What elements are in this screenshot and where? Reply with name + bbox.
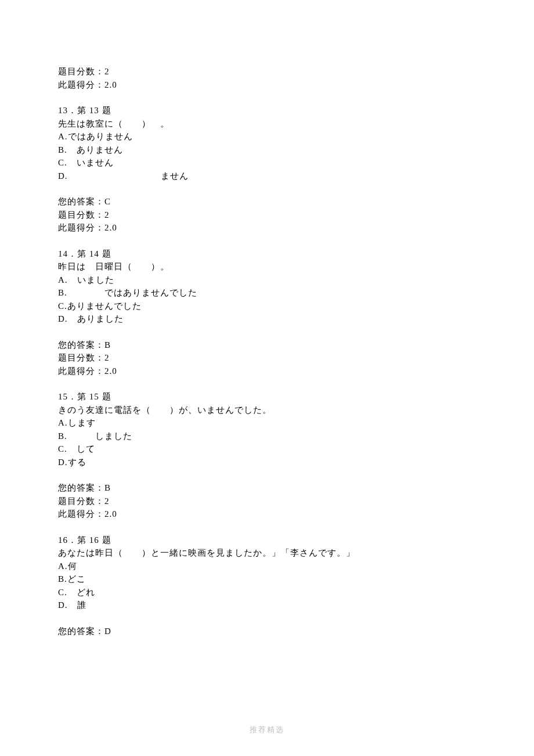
q15-header: 15．第 15 题 — [58, 390, 476, 404]
q13-prompt: 先生は教室に（ ） 。 — [58, 117, 476, 131]
q14-answer-line: 您的答案：B — [58, 339, 476, 352]
q16-answer-value: D — [104, 627, 111, 636]
q14-option-a: A. いました — [58, 273, 476, 287]
q15-option-a: A.します — [58, 416, 476, 430]
prev-score-label: 此题得分： — [58, 80, 104, 89]
q14-score-line: 此题得分：2.0 — [58, 365, 476, 378]
q14-result: 您的答案：B 题目分数：2 此题得分：2.0 — [58, 339, 476, 378]
q14-score-value: 2.0 — [104, 366, 117, 376]
q14-answer-value: B — [104, 340, 111, 350]
q14-answer-label: 您的答案： — [58, 340, 104, 350]
q14-header: 14．第 14 题 — [58, 247, 476, 261]
q13-maxscore-label: 题目分数： — [58, 210, 104, 219]
q16-result: 您的答案：D — [58, 625, 476, 638]
q13-option-c: C. いません — [58, 156, 476, 170]
q16-option-d: D. 誰 — [58, 599, 476, 612]
q15-answer-label: 您的答案： — [58, 483, 104, 492]
q14-option-b: B. ではありませんでした — [58, 286, 476, 300]
q16-option-a: A.何 — [58, 560, 476, 573]
question-15: 15．第 15 题 きのう友達に電話を（ ）が、いませんでした。 A.します B… — [58, 390, 476, 469]
q15-option-c: C. して — [58, 442, 476, 456]
q14-option-d: D. ありました — [58, 312, 476, 326]
page: 题目分数：2 此题得分：2.0 13．第 13 题 先生は教室に（ ） 。 A.… — [0, 0, 534, 756]
q16-prompt: あなたは昨日（ ）と一緒に映画を見ましたか。」「李さんです。」 — [58, 546, 476, 560]
q15-maxscore-line: 题目分数：2 — [58, 495, 476, 508]
question-14: 14．第 14 题 昨日は 日曜日（ ）。 A. いました B. ではありません… — [58, 247, 476, 326]
q16-answer-label: 您的答案： — [58, 627, 104, 636]
q13-maxscore-line: 题目分数：2 — [58, 208, 476, 222]
q14-maxscore-line: 题目分数：2 — [58, 351, 476, 365]
q13-option-a: A.ではありません — [58, 130, 476, 143]
q13-score-value: 2.0 — [104, 223, 117, 232]
q13-option-b: B. ありません — [58, 143, 476, 157]
prev-question-trailing-score: 题目分数：2 此题得分：2.0 — [58, 65, 476, 91]
q15-maxscore-label: 题目分数： — [58, 496, 104, 506]
q14-maxscore-label: 题目分数： — [58, 353, 104, 362]
q13-answer-value: C — [104, 197, 111, 206]
q15-option-d: D.する — [58, 456, 476, 469]
q16-answer-line: 您的答案：D — [58, 625, 476, 638]
q16-option-c: C. どれ — [58, 586, 476, 599]
q16-header: 16．第 16 题 — [58, 534, 476, 547]
q14-maxscore-value: 2 — [104, 353, 110, 362]
q15-maxscore-value: 2 — [104, 496, 110, 506]
q14-score-label: 此题得分： — [58, 366, 104, 376]
q13-answer-label: 您的答案： — [58, 197, 104, 206]
prev-score-value: 2.0 — [104, 80, 117, 89]
q16-option-b: B.どこ — [58, 573, 476, 586]
prev-maxscore-value: 2 — [104, 67, 110, 76]
q13-header: 13．第 13 题 — [58, 104, 476, 117]
q13-result: 您的答案：C 题目分数：2 此题得分：2.0 — [58, 195, 476, 235]
q14-prompt: 昨日は 日曜日（ ）。 — [58, 260, 476, 273]
q15-score-line: 此题得分：2.0 — [58, 507, 476, 521]
q15-prompt: きのう友達に電話を（ ）が、いませんでした。 — [58, 404, 476, 417]
q13-option-d: D. ません — [58, 170, 476, 183]
q13-score-line: 此题得分：2.0 — [58, 221, 476, 235]
q13-answer-line: 您的答案：C — [58, 195, 476, 208]
prev-score-line: 此题得分：2.0 — [58, 78, 476, 92]
page-footer: 推荐精选 — [0, 724, 534, 736]
prev-maxscore-label: 题目分数： — [58, 67, 104, 76]
question-16: 16．第 16 题 あなたは昨日（ ）と一緒に映画を見ましたか。」「李さんです。… — [58, 534, 476, 612]
q13-score-label: 此题得分： — [58, 223, 104, 232]
q15-answer-line: 您的答案：B — [58, 481, 476, 495]
q15-score-label: 此题得分： — [58, 509, 104, 519]
q15-score-value: 2.0 — [104, 509, 117, 519]
q13-maxscore-value: 2 — [104, 210, 110, 219]
q15-option-b: B. しました — [58, 430, 476, 443]
q14-option-c: C.ありませんでした — [58, 300, 476, 313]
q15-answer-value: B — [104, 483, 111, 492]
prev-maxscore-line: 题目分数：2 — [58, 65, 476, 78]
q15-result: 您的答案：B 题目分数：2 此题得分：2.0 — [58, 481, 476, 521]
question-13: 13．第 13 题 先生は教室に（ ） 。 A.ではありません B. ありません… — [58, 104, 476, 182]
